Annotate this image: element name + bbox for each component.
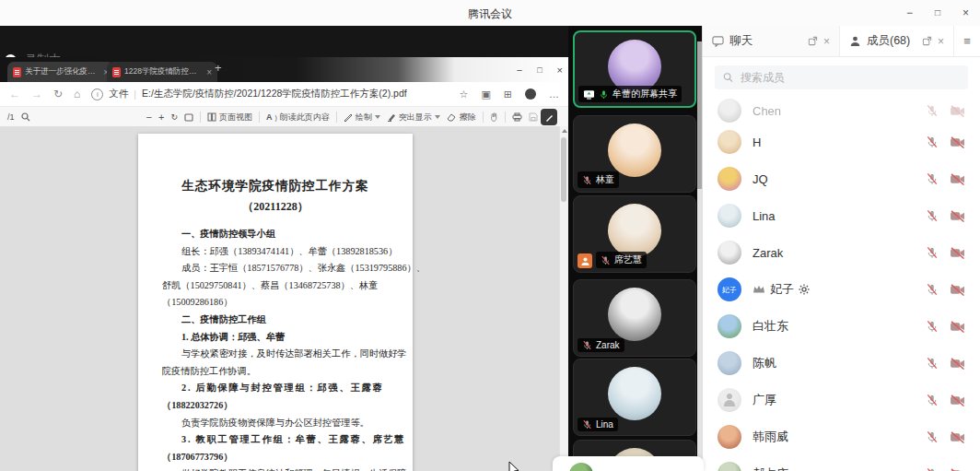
member-search[interactable]	[715, 65, 968, 89]
camera-off-icon[interactable]	[950, 284, 965, 296]
member-row[interactable]: Chen	[703, 98, 980, 124]
camera-off-icon[interactable]	[950, 468, 965, 471]
mic-muted-icon[interactable]	[582, 340, 592, 350]
mic-muted-icon[interactable]	[926, 467, 939, 471]
browser-minimize-icon[interactable]: −	[517, 65, 522, 76]
highlight-button[interactable]: 突出显示	[387, 112, 440, 124]
zoom-in-button[interactable]: +	[158, 112, 164, 123]
camera-off-icon[interactable]	[950, 136, 965, 148]
member-row[interactable]: H	[703, 124, 980, 160]
member-row[interactable]: 陈帆	[703, 345, 980, 382]
camera-off-icon[interactable]	[950, 321, 965, 333]
viewer-scrollbar[interactable]	[559, 126, 568, 471]
tab-chat[interactable]: 聊天 ×	[703, 26, 840, 56]
mic-muted-icon[interactable]	[926, 430, 939, 443]
gear-icon	[799, 284, 810, 295]
camera-off-icon[interactable]	[950, 105, 965, 117]
home-icon[interactable]: ⌂	[74, 88, 80, 100]
save-icon[interactable]	[529, 112, 538, 122]
settings-more-icon[interactable]: …	[549, 88, 559, 100]
close-icon[interactable]: ×	[962, 7, 969, 18]
member-avatar	[718, 425, 741, 449]
member-row[interactable]: 韩雨威	[703, 418, 980, 455]
print-icon[interactable]	[512, 112, 522, 122]
mic-muted-icon[interactable]	[926, 283, 939, 296]
camera-off-icon[interactable]	[950, 247, 965, 259]
panel-close-icon[interactable]: ×	[823, 35, 830, 48]
participant-name: Zarak	[596, 340, 620, 350]
browser-tab-1[interactable]: 关于进一步强化疫情防控措施 ×	[7, 62, 114, 82]
mic-muted-icon[interactable]	[926, 104, 939, 117]
fit-page-icon[interactable]	[184, 113, 193, 122]
member-row[interactable]: 白壮东	[703, 308, 980, 345]
member-avatar	[718, 351, 741, 375]
favorites-star-icon[interactable]: ☆	[460, 88, 469, 100]
member-row[interactable]: Lina	[703, 197, 980, 234]
member-row[interactable]: JQ	[703, 160, 980, 197]
search-icon[interactable]	[21, 112, 30, 122]
tab-members[interactable]: 成员(68) ×	[840, 26, 953, 56]
mic-muted-icon[interactable]	[926, 320, 939, 333]
forward-icon[interactable]: →	[31, 88, 42, 100]
popout-icon[interactable]	[808, 36, 818, 46]
annotate-pen-button[interactable]	[541, 109, 557, 125]
tab-close-icon[interactable]: ×	[206, 67, 212, 77]
scrollbar-thumb[interactable]	[561, 137, 566, 202]
grab-hand-icon[interactable]	[490, 112, 498, 122]
minimize-icon[interactable]: −	[906, 7, 913, 18]
rotate-icon[interactable]: ↻	[170, 112, 178, 122]
mic-muted-icon[interactable]	[926, 209, 939, 222]
popout-icon[interactable]	[922, 36, 932, 46]
member-row[interactable]: Zarak	[703, 234, 980, 271]
member-row[interactable]: 郝占庆	[703, 455, 980, 471]
info-icon[interactable]: i	[91, 88, 103, 100]
mic-muted-icon[interactable]	[582, 419, 592, 430]
profile-avatar-icon[interactable]	[525, 88, 536, 100]
extensions-icon[interactable]: ⊞	[504, 88, 512, 100]
collections-icon[interactable]: ▣	[481, 88, 490, 100]
camera-off-icon[interactable]	[950, 210, 965, 222]
draw-button[interactable]: 绘制	[344, 112, 380, 124]
mic-muted-icon[interactable]	[926, 246, 939, 259]
mic-muted-icon[interactable]	[926, 357, 939, 370]
video-tile[interactable]: Lina	[573, 359, 696, 436]
video-tile[interactable]: 席艺慧	[573, 195, 696, 273]
refresh-icon[interactable]: ↻	[53, 88, 63, 100]
video-tile[interactable]: 林童	[573, 115, 696, 193]
erase-button[interactable]: 擦除	[447, 112, 476, 124]
camera-off-icon[interactable]	[950, 431, 965, 443]
mic-muted-icon[interactable]	[926, 135, 939, 148]
panel-close-icon[interactable]: ×	[938, 35, 944, 48]
mic-muted-icon[interactable]	[926, 172, 939, 185]
meeting-title: 腾讯会议	[0, 6, 980, 22]
member-name: JQ	[752, 172, 768, 186]
camera-off-icon[interactable]	[950, 173, 965, 185]
mic-muted-icon[interactable]	[582, 175, 592, 185]
video-tile[interactable]: Zarak	[573, 279, 696, 357]
member-row[interactable]: 妃子妃子	[703, 271, 980, 308]
video-tile[interactable]: 牟蕾的屏幕共享	[573, 30, 696, 108]
scroll-up-icon[interactable]	[562, 129, 567, 133]
member-avatar	[718, 130, 741, 154]
maximize-icon[interactable]: □	[935, 8, 940, 18]
camera-off-icon[interactable]	[950, 394, 965, 406]
camera-off-icon[interactable]	[950, 358, 965, 370]
browser-tab-2[interactable]: 1228学院疫情防控工作方案(2).p ×	[107, 62, 217, 82]
mic-muted-icon[interactable]	[601, 255, 611, 265]
browser-close-icon[interactable]: ×	[557, 65, 563, 76]
panel-menu-icon[interactable]: ≡	[953, 26, 980, 56]
read-aloud-button[interactable]: A) 朗读此页内容	[266, 112, 330, 124]
url-field[interactable]: i 文件 | E:/生态学院/疫情防控/2021/1228学院疫情防控工作方案(…	[91, 88, 448, 100]
member-name: Zarak	[752, 246, 783, 260]
member-row[interactable]: 广厚	[703, 382, 980, 418]
browser-maximize-icon[interactable]: □	[537, 65, 542, 75]
new-tab-button[interactable]: +	[215, 61, 222, 75]
page-view-button[interactable]: 页面视图	[207, 112, 252, 124]
cohost-person-icon	[580, 256, 590, 266]
search-input[interactable]	[739, 70, 960, 85]
doc-line: 院疫情防控工作协调。	[162, 363, 389, 381]
zoom-out-button[interactable]: −	[146, 112, 152, 123]
mic-muted-icon[interactable]	[926, 394, 939, 406]
member-name: H	[752, 135, 761, 149]
back-icon[interactable]: ←	[9, 88, 20, 100]
